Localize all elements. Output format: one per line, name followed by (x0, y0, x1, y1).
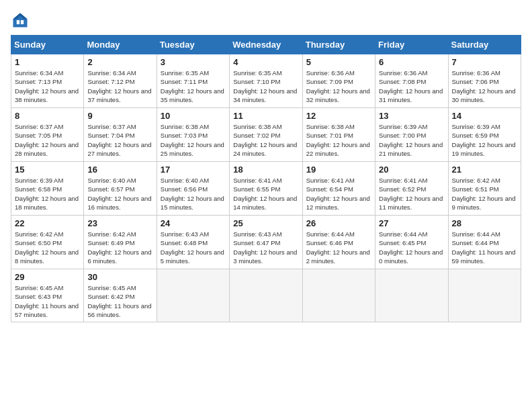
calendar-cell: 20 Sunrise: 6:41 AMSunset: 6:52 PMDaylig… (375, 162, 448, 216)
calendar-cell: 13 Sunrise: 6:39 AMSunset: 7:00 PMDaylig… (375, 108, 448, 162)
calendar-cell: 5 Sunrise: 6:36 AMSunset: 7:09 PMDayligh… (302, 54, 375, 108)
calendar-cell: 11 Sunrise: 6:38 AMSunset: 7:02 PMDaylig… (230, 108, 302, 162)
day-number: 25 (233, 218, 298, 228)
day-info: Sunrise: 6:42 AMSunset: 6:51 PMDaylight:… (452, 176, 517, 212)
day-info: Sunrise: 6:34 AMSunset: 7:12 PMDaylight:… (87, 68, 152, 104)
calendar-cell: 10 Sunrise: 6:38 AMSunset: 7:03 PMDaylig… (157, 108, 229, 162)
day-info: Sunrise: 6:44 AMSunset: 6:46 PMDaylight:… (306, 230, 371, 265)
day-number: 2 (87, 57, 152, 67)
logo-icon (11, 11, 30, 30)
calendar-cell: 15 Sunrise: 6:39 AMSunset: 6:58 PMDaylig… (11, 162, 84, 216)
day-number: 4 (233, 57, 298, 67)
day-info: Sunrise: 6:41 AMSunset: 6:52 PMDaylight:… (379, 176, 444, 212)
day-number: 9 (87, 111, 152, 121)
calendar-cell: 29 Sunrise: 6:45 AMSunset: 6:43 PMDaylig… (11, 269, 84, 322)
day-number: 8 (15, 111, 80, 121)
day-info: Sunrise: 6:36 AMSunset: 7:09 PMDaylight:… (306, 68, 371, 104)
day-info: Sunrise: 6:36 AMSunset: 7:08 PMDaylight:… (379, 68, 444, 104)
calendar-cell: 25 Sunrise: 6:43 AMSunset: 6:47 PMDaylig… (230, 216, 302, 269)
day-number: 23 (87, 218, 152, 228)
calendar-cell: 18 Sunrise: 6:41 AMSunset: 6:55 PMDaylig… (230, 162, 302, 216)
day-number: 14 (452, 111, 517, 121)
day-info: Sunrise: 6:43 AMSunset: 6:47 PMDaylight:… (233, 230, 298, 265)
day-info: Sunrise: 6:39 AMSunset: 6:58 PMDaylight:… (15, 176, 80, 212)
day-info: Sunrise: 6:38 AMSunset: 7:01 PMDaylight:… (306, 122, 371, 158)
day-number: 26 (306, 218, 371, 228)
day-info: Sunrise: 6:38 AMSunset: 7:03 PMDaylight:… (161, 122, 226, 158)
weekday-header: Saturday (448, 36, 521, 54)
day-info: Sunrise: 6:42 AMSunset: 6:50 PMDaylight:… (15, 230, 80, 265)
calendar-cell: 16 Sunrise: 6:40 AMSunset: 6:57 PMDaylig… (84, 162, 157, 216)
day-info: Sunrise: 6:42 AMSunset: 6:49 PMDaylight:… (87, 230, 152, 265)
calendar-cell: 17 Sunrise: 6:40 AMSunset: 6:56 PMDaylig… (157, 162, 229, 216)
day-info: Sunrise: 6:37 AMSunset: 7:04 PMDaylight:… (87, 122, 152, 158)
page-header (11, 11, 521, 30)
weekday-header: Thursday (302, 36, 375, 54)
calendar-cell: 9 Sunrise: 6:37 AMSunset: 7:04 PMDayligh… (84, 108, 157, 162)
calendar-cell: 12 Sunrise: 6:38 AMSunset: 7:01 PMDaylig… (302, 108, 375, 162)
day-number: 12 (306, 111, 371, 121)
calendar-cell: 6 Sunrise: 6:36 AMSunset: 7:08 PMDayligh… (375, 54, 448, 108)
calendar-cell: 30 Sunrise: 6:45 AMSunset: 6:42 PMDaylig… (84, 269, 157, 322)
day-number: 10 (161, 111, 226, 121)
calendar-cell: 27 Sunrise: 6:44 AMSunset: 6:45 PMDaylig… (375, 216, 448, 269)
calendar-cell (302, 269, 375, 322)
calendar-cell (448, 269, 521, 322)
day-info: Sunrise: 6:40 AMSunset: 6:56 PMDaylight:… (161, 176, 226, 212)
day-info: Sunrise: 6:36 AMSunset: 7:06 PMDaylight:… (452, 68, 517, 104)
day-info: Sunrise: 6:45 AMSunset: 6:42 PMDaylight:… (87, 283, 152, 319)
day-number: 29 (15, 272, 80, 282)
calendar-cell (157, 269, 229, 322)
calendar-cell: 28 Sunrise: 6:44 AMSunset: 6:44 PMDaylig… (448, 216, 521, 269)
calendar-cell: 14 Sunrise: 6:39 AMSunset: 6:59 PMDaylig… (448, 108, 521, 162)
day-number: 18 (233, 165, 298, 175)
day-number: 28 (452, 218, 517, 228)
calendar-cell: 8 Sunrise: 6:37 AMSunset: 7:05 PMDayligh… (11, 108, 84, 162)
weekday-header: Wednesday (230, 36, 302, 54)
calendar-cell: 4 Sunrise: 6:35 AMSunset: 7:10 PMDayligh… (230, 54, 302, 108)
day-number: 5 (306, 57, 371, 67)
day-number: 7 (452, 57, 517, 67)
calendar-cell: 22 Sunrise: 6:42 AMSunset: 6:50 PMDaylig… (11, 216, 84, 269)
day-number: 21 (452, 165, 517, 175)
weekday-header: Tuesday (157, 36, 229, 54)
day-info: Sunrise: 6:39 AMSunset: 6:59 PMDaylight:… (452, 122, 517, 158)
weekday-header: Sunday (11, 36, 84, 54)
day-info: Sunrise: 6:44 AMSunset: 6:44 PMDaylight:… (452, 230, 517, 265)
calendar-cell: 24 Sunrise: 6:43 AMSunset: 6:48 PMDaylig… (157, 216, 229, 269)
svg-rect-2 (17, 20, 19, 24)
day-info: Sunrise: 6:37 AMSunset: 7:05 PMDaylight:… (15, 122, 80, 158)
day-info: Sunrise: 6:34 AMSunset: 7:13 PMDaylight:… (15, 68, 80, 104)
day-info: Sunrise: 6:38 AMSunset: 7:02 PMDaylight:… (233, 122, 298, 158)
calendar-cell (230, 269, 302, 322)
calendar-cell: 3 Sunrise: 6:35 AMSunset: 7:11 PMDayligh… (157, 54, 229, 108)
weekday-header: Monday (84, 36, 157, 54)
calendar-cell: 23 Sunrise: 6:42 AMSunset: 6:49 PMDaylig… (84, 216, 157, 269)
day-number: 6 (379, 57, 444, 67)
calendar-cell: 21 Sunrise: 6:42 AMSunset: 6:51 PMDaylig… (448, 162, 521, 216)
day-info: Sunrise: 6:39 AMSunset: 7:00 PMDaylight:… (379, 122, 444, 158)
day-info: Sunrise: 6:41 AMSunset: 6:55 PMDaylight:… (233, 176, 298, 212)
day-number: 15 (15, 165, 80, 175)
calendar-cell (375, 269, 448, 322)
day-number: 16 (87, 165, 152, 175)
day-number: 27 (379, 218, 444, 228)
day-info: Sunrise: 6:35 AMSunset: 7:10 PMDaylight:… (233, 68, 298, 104)
day-info: Sunrise: 6:40 AMSunset: 6:57 PMDaylight:… (87, 176, 152, 212)
calendar-cell: 7 Sunrise: 6:36 AMSunset: 7:06 PMDayligh… (448, 54, 521, 108)
weekday-header: Friday (375, 36, 448, 54)
day-number: 19 (306, 165, 371, 175)
day-number: 13 (379, 111, 444, 121)
calendar-table: SundayMondayTuesdayWednesdayThursdayFrid… (11, 35, 521, 322)
day-info: Sunrise: 6:41 AMSunset: 6:54 PMDaylight:… (306, 176, 371, 212)
day-number: 17 (161, 165, 226, 175)
calendar-cell: 26 Sunrise: 6:44 AMSunset: 6:46 PMDaylig… (302, 216, 375, 269)
day-info: Sunrise: 6:45 AMSunset: 6:43 PMDaylight:… (15, 283, 80, 319)
day-info: Sunrise: 6:35 AMSunset: 7:11 PMDaylight:… (161, 68, 226, 104)
day-number: 3 (161, 57, 226, 67)
day-number: 20 (379, 165, 444, 175)
calendar-cell: 19 Sunrise: 6:41 AMSunset: 6:54 PMDaylig… (302, 162, 375, 216)
day-number: 11 (233, 111, 298, 121)
day-number: 24 (161, 218, 226, 228)
logo (11, 11, 32, 30)
